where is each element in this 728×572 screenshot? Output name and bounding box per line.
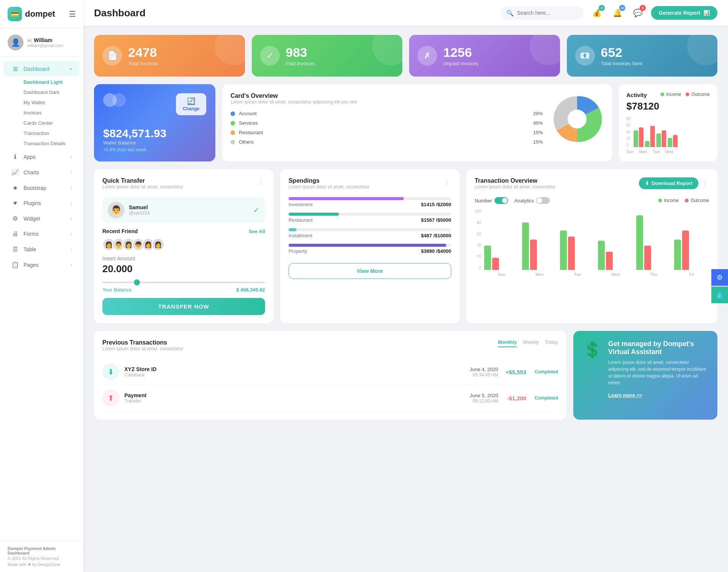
number-toggle[interactable] xyxy=(494,197,508,204)
wallet-label: Wallet Balance xyxy=(103,140,206,146)
restaurant-amounts: $1567 /$5000 xyxy=(421,217,451,223)
quick-transfer-header: Quick Transfer Lorem ipsum dolor sit ame… xyxy=(102,177,265,196)
footer-year: © 2021 All Rights Reserved xyxy=(8,556,76,561)
chat-button[interactable]: 💬 5 xyxy=(631,6,645,20)
filter-monthly[interactable]: Monthly xyxy=(498,339,517,347)
sent-invoices-icon: 📧 xyxy=(575,46,595,66)
mon-outcome-bar xyxy=(530,240,537,270)
sub-item-cards-center[interactable]: Cards Center xyxy=(20,118,83,128)
sub-item-dashboard-dark[interactable]: Dashboard Dark xyxy=(20,87,83,97)
quick-transfer-title: Quick Transfer xyxy=(102,177,183,184)
sidebar-item-charts[interactable]: 📈 Charts › xyxy=(4,165,80,180)
total-invoices-icon: 📄 xyxy=(102,46,122,66)
sub-item-invoices[interactable]: Invoices xyxy=(20,108,83,118)
recent-label: Recent Friend xyxy=(102,228,138,234)
chart-icon: 📊 xyxy=(703,10,710,16)
chevron-right-icon: › xyxy=(71,201,72,206)
wallet-change-button[interactable]: 🔄 Change xyxy=(176,93,206,115)
outcome-label-txn: Outcome xyxy=(690,198,709,203)
x-label-tue: Tue xyxy=(560,272,595,277)
recent-avatar-6[interactable]: 👩 xyxy=(152,238,165,251)
total-invoices-number: 2478 xyxy=(128,45,158,60)
sub-item-transaction[interactable]: Transaction xyxy=(20,128,83,138)
right-side-buttons: ⚙ 💧 xyxy=(711,269,728,303)
fri-outcome-bar xyxy=(682,230,689,270)
sub-item-transaction-details[interactable]: Transaction Details xyxy=(20,138,83,149)
txn-more-icon[interactable]: ⋮ xyxy=(701,179,709,188)
user-name: Hi, William xyxy=(27,37,63,43)
wallet-top: 🔄 Change xyxy=(103,93,206,115)
amount-label: Insert Amount xyxy=(102,255,265,262)
activity-amount: $78120 xyxy=(626,100,710,112)
notification-button[interactable]: 🔔 12 xyxy=(610,6,624,20)
bar-group-mon xyxy=(645,126,655,147)
chevron-right-icon: › xyxy=(71,170,72,175)
wallet-icon-button[interactable]: 💰 2 xyxy=(590,6,604,20)
hamburger-button[interactable]: ☰ xyxy=(69,9,76,19)
transfer-user[interactable]: 👨 Samuel @sam224 ✓ xyxy=(102,197,265,223)
txn-overview-title: Transaction Overview xyxy=(475,177,555,184)
account-pct: 20% xyxy=(533,111,543,116)
sidebar-item-apps[interactable]: ℹ Apps › xyxy=(4,149,80,164)
va-text: Get managed by Dompet's Virtual Assistan… xyxy=(608,340,708,398)
investment-label: Investment xyxy=(289,202,313,207)
sidebar-item-forms[interactable]: 🖨 Forms › xyxy=(4,227,80,241)
view-more-button[interactable]: View More xyxy=(289,263,451,279)
search-box[interactable]: 🔍 xyxy=(500,6,584,20)
analytics-toggle[interactable] xyxy=(536,197,550,204)
prev-txn-title: Previous Transactions xyxy=(102,339,183,346)
stat-card-total: 📄 2478 Total Invoices xyxy=(94,35,245,77)
download-report-button[interactable]: ⬇ Download Report xyxy=(639,177,698,189)
filter-weekly[interactable]: Weekly xyxy=(523,339,539,347)
transfer-now-button[interactable]: TRANSFER NOW xyxy=(102,298,265,315)
txn-overview-sub: Lorem ipsum dolor sit amet, consectetur xyxy=(475,184,555,190)
filter-today[interactable]: Today xyxy=(545,339,558,347)
label-wed: Wed xyxy=(665,149,673,154)
sidebar-item-table[interactable]: ☰ Table › xyxy=(4,242,80,257)
see-all-button[interactable]: See All xyxy=(249,229,265,234)
sidebar-item-dashboard[interactable]: ⊞ Dashboard ▾ xyxy=(4,61,80,76)
user-info: Hi, William william@gmail.com xyxy=(27,37,63,48)
big-bar-mon xyxy=(522,223,557,270)
number-toggle-group: Number xyxy=(475,197,508,204)
x-label-thu: Thu xyxy=(636,272,671,277)
bar-group-tue xyxy=(656,130,666,147)
spendings-sub: Lorem ipsum dolor sit amet, consectetur xyxy=(289,184,369,190)
paid-invoices-label: Paid Invoices xyxy=(286,61,315,66)
sub-item-my-wallet[interactable]: My Wallet xyxy=(20,97,83,108)
unpaid-invoices-label: Unpaid Invoices xyxy=(443,61,479,66)
pages-icon: 📋 xyxy=(11,261,19,268)
charts-icon: 📈 xyxy=(11,169,19,176)
more-options-icon[interactable]: ⋮ xyxy=(257,177,265,186)
txn-info: XYZ Store ID Cashback xyxy=(124,366,157,378)
sub-item-dashboard-light[interactable]: Dashboard Light xyxy=(20,77,83,87)
txn-status-2: Completed xyxy=(532,395,558,401)
amount-slider[interactable] xyxy=(102,282,265,283)
search-input[interactable] xyxy=(517,10,577,16)
settings-side-button[interactable]: ⚙ xyxy=(711,269,728,286)
wed-outcome-bar xyxy=(606,252,613,270)
footer-brand: Dompet Payment Admin Dashboard xyxy=(8,546,76,555)
sidebar-item-widget[interactable]: ⚙ Widget › xyxy=(4,211,80,226)
investment-amounts: $1415 /$2000 xyxy=(421,202,451,207)
spendings-more-icon[interactable]: ⋮ xyxy=(444,177,451,186)
sidebar-item-plugins[interactable]: ♥ Plugins › xyxy=(4,196,80,210)
droplet-side-button[interactable]: 💧 xyxy=(711,287,728,303)
va-learn-more-link[interactable]: Learn more >> xyxy=(608,392,642,398)
stat-card-info-unpaid: 1256 Unpaid Invoices xyxy=(443,45,479,66)
generate-report-button[interactable]: Generate Report 📊 xyxy=(651,6,717,20)
property-label: Property xyxy=(289,248,307,254)
sidebar-item-bootstrap[interactable]: ★ Bootstrap › xyxy=(4,180,80,195)
topbar: Dashboard 🔍 💰 2 🔔 12 💬 5 Generate Report… xyxy=(83,0,728,26)
bottom-row: Previous Transactions Lorem ipsum dolor … xyxy=(94,331,717,420)
others-dot xyxy=(231,140,235,144)
restaurant-fill xyxy=(289,213,339,216)
chart-x-labels: Sun Mon Tue Wed Thu Fri xyxy=(484,272,709,277)
txn-date-2: June 5, 2020 09:12:00 AM xyxy=(470,393,498,404)
txn-time-value: 05:34:45 AM xyxy=(470,372,498,378)
restaurant-bar xyxy=(289,213,451,216)
sidebar-item-pages[interactable]: 📋 Pages › xyxy=(4,257,80,272)
number-toggle-label: Number xyxy=(475,198,492,204)
txn-status: Completed xyxy=(532,369,558,375)
unpaid-invoices-icon: ✗ xyxy=(417,46,437,66)
